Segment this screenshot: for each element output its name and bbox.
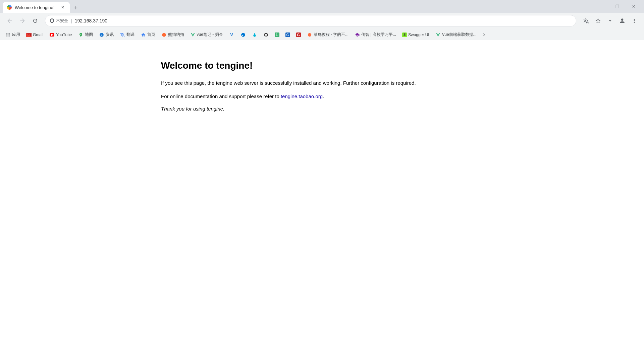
bookmark-vpn[interactable]: V <box>226 31 237 39</box>
edu-icon <box>355 32 360 38</box>
reload-icon <box>32 18 38 24</box>
bookmark-vue2[interactable]: Vue前端获取数据... <box>433 30 479 39</box>
para2-before: For online documentation and support ple… <box>161 93 281 99</box>
home-bm-icon <box>141 32 146 38</box>
nav-right-icons <box>580 15 640 26</box>
gmail-label: Gmail <box>33 32 43 37</box>
bookmark-c[interactable]: C <box>283 31 293 39</box>
address-text: 192.168.37.190 <box>75 18 572 23</box>
vue2-label: Vue前端获取数据... <box>442 32 477 38</box>
panda-icon <box>161 32 167 38</box>
address-separator: | <box>71 18 72 23</box>
github-icon <box>263 32 269 38</box>
l-icon: L <box>275 32 279 37</box>
security-label: 不安全 <box>56 18 68 24</box>
more-vert-icon <box>631 18 637 24</box>
crow-label: 菜鸟教程 - 学的不... <box>314 32 349 38</box>
youtube-label: YouTube <box>56 32 72 37</box>
bookmark-gmail[interactable]: Gmail <box>23 31 46 39</box>
bookmark-g[interactable]: G <box>293 31 304 39</box>
translate-icon <box>583 18 589 24</box>
bookmark-trans[interactable]: 翻译 <box>117 30 137 39</box>
chrome-window: Welcome to tengine! ✕ + — ❐ ✕ <box>0 0 644 345</box>
bookmark-crow[interactable]: 菜鸟教程 - 学的不... <box>304 30 352 39</box>
tab-bar: Welcome to tengine! ✕ + <box>3 0 594 13</box>
vpn-icon: V <box>229 32 234 38</box>
vue-label: vue笔记 - 掘金 <box>197 32 223 38</box>
swagger-label: Swagger UI <box>408 32 429 37</box>
page-heading: Welcome to tengine! <box>161 60 483 71</box>
bookmark-github[interactable] <box>261 31 271 39</box>
close-button[interactable]: ✕ <box>626 0 641 13</box>
more-bookmarks-button[interactable] <box>480 31 488 39</box>
bookmark-edu[interactable]: 传智 | 高校学习平... <box>352 30 399 39</box>
home-label: 首页 <box>147 32 155 38</box>
page-thanks: Thank you for using tengine. <box>161 106 483 112</box>
tab-favicon-circle <box>7 5 12 10</box>
window-controls: — ❐ ✕ <box>594 0 641 13</box>
bookmark-edge[interactable] <box>238 31 249 39</box>
minimize-button[interactable]: — <box>594 0 609 13</box>
youtube-icon <box>49 32 55 38</box>
new-tab-button[interactable]: + <box>71 3 80 13</box>
apps-icon <box>5 32 11 38</box>
bookmarks-bar: 应用 Gmail YouTube 地图 <box>0 29 644 40</box>
page-content: Welcome to tengine! If you see this page… <box>0 40 644 345</box>
panda-label: 熊猫约拍 <box>168 32 184 38</box>
active-tab[interactable]: Welcome to tengine! ✕ <box>3 2 70 13</box>
trans-icon <box>120 32 125 38</box>
chevron-right-icon <box>481 32 487 38</box>
forward-icon <box>19 17 26 24</box>
c-icon: C <box>285 32 290 37</box>
bookmark-home[interactable]: 首页 <box>138 30 158 39</box>
bookmark-star-button[interactable] <box>592 15 604 26</box>
tengine-link[interactable]: tengine.taobao.org <box>281 93 323 99</box>
edge-icon <box>240 32 246 38</box>
apps-label: 应用 <box>12 32 20 38</box>
ziyuan-label: 资讯 <box>106 32 114 38</box>
trans-label: 翻译 <box>126 32 135 38</box>
bookmark-water[interactable] <box>249 31 260 39</box>
bookmark-l[interactable]: L <box>272 31 282 39</box>
back-icon <box>6 17 13 24</box>
forward-button[interactable] <box>17 15 28 26</box>
account-icon <box>619 17 626 24</box>
edu-label: 传智 | 高校学习平... <box>361 32 396 38</box>
profile-dropdown-button[interactable] <box>604 15 616 26</box>
water-icon <box>252 32 257 38</box>
swagger-icon: S <box>402 32 407 37</box>
vue-icon <box>190 32 196 38</box>
svg-point-0 <box>162 33 166 37</box>
address-bar[interactable]: 不安全 | 192.168.37.190 <box>45 15 576 26</box>
para2-after: . <box>323 93 324 99</box>
user-profile-button[interactable] <box>616 15 628 26</box>
nav-bar: 不安全 | 192.168.37.190 <box>0 13 644 29</box>
bookmark-maps[interactable]: 地图 <box>75 30 96 39</box>
insecure-icon <box>49 18 55 23</box>
chevron-down-icon <box>607 18 613 24</box>
page-para2: For online documentation and support ple… <box>161 92 483 100</box>
ziyuan-icon <box>99 32 104 38</box>
maps-label: 地图 <box>85 32 93 38</box>
title-bar: Welcome to tengine! ✕ + — ❐ ✕ <box>0 0 644 13</box>
bookmark-panda[interactable]: 熊猫约拍 <box>159 30 187 39</box>
bookmark-vue[interactable]: vue笔记 - 掘金 <box>187 30 226 39</box>
svg-point-1 <box>308 33 311 37</box>
bookmark-apps[interactable]: 应用 <box>3 30 23 39</box>
menu-button[interactable] <box>629 15 640 26</box>
translate-button[interactable] <box>580 15 592 26</box>
maximize-button[interactable]: ❐ <box>610 0 625 13</box>
bookmark-ziyuan[interactable]: 资讯 <box>96 30 116 39</box>
vue2-icon <box>435 32 441 38</box>
tab-favicon <box>7 5 12 10</box>
tab-close-button[interactable]: ✕ <box>60 4 66 10</box>
bookmark-swagger[interactable]: S Swagger UI <box>399 31 432 39</box>
g-icon: G <box>296 32 301 37</box>
page-para1: If you see this page, the tengine web se… <box>161 79 483 87</box>
bookmark-youtube[interactable]: YouTube <box>47 31 74 39</box>
star-icon <box>595 18 601 24</box>
reload-button[interactable] <box>30 15 41 26</box>
crow-icon <box>307 32 312 38</box>
maps-icon <box>78 32 84 38</box>
back-button[interactable] <box>4 15 15 26</box>
